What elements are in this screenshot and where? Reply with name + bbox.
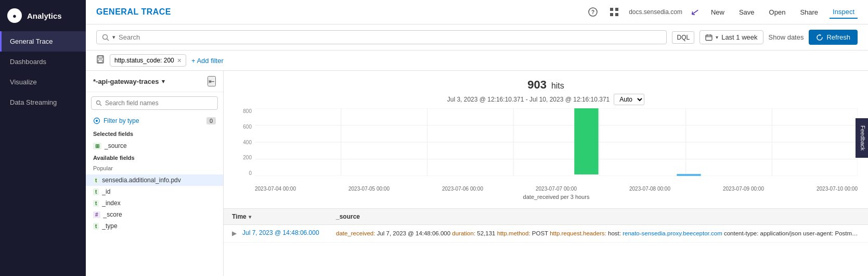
x-label-0704: 2023-07-04 00:00: [255, 186, 296, 192]
table-row: ▶ Jul 7, 2023 @ 14:48:06.000 date_receiv…: [224, 225, 868, 243]
field-type-pdv: t: [93, 177, 99, 184]
date-range-label: Last 1 week: [721, 33, 757, 41]
svg-rect-14: [98, 60, 102, 62]
chart-container: 800 600 400 200 0: [224, 108, 868, 208]
field-item-index[interactable]: t _index: [86, 197, 223, 209]
field-item-id[interactable]: t _id: [86, 186, 223, 197]
field-name-type: _type: [102, 222, 117, 230]
main-content: GENERAL TRACE ? docs.sensedia.com ↙ New …: [86, 0, 868, 276]
svg-rect-4: [610, 13, 613, 16]
sidebar-item-dashboards[interactable]: Dashboards: [0, 52, 86, 72]
svg-rect-32: [677, 174, 701, 176]
time-col-label: Time: [232, 213, 247, 220]
index-name: *-api-gateway-traces: [93, 78, 159, 85]
filter-type-count: 0: [206, 117, 216, 124]
chevron-down-icon: ▾: [162, 78, 165, 85]
search-type-dropdown[interactable]: ▾: [112, 34, 115, 41]
y-axis-labels: 800 600 400 200 0: [234, 108, 255, 176]
refresh-button[interactable]: Refresh: [809, 30, 858, 45]
row-source: date_received: Jul 7, 2023 @ 14:48:06.00…: [331, 229, 860, 238]
new-button[interactable]: New: [708, 6, 728, 18]
add-filter-button[interactable]: + Add filter: [191, 57, 224, 65]
filter-tag-text: http.status_code: 200: [114, 57, 174, 64]
field-name-source: _source: [105, 142, 127, 149]
chart-header: 903 hits Jul 3, 2023 @ 12:16:10.371 - Ju…: [224, 71, 868, 108]
field-item-source[interactable]: ⊞ _source: [86, 140, 223, 152]
svg-point-6: [103, 34, 108, 39]
x-label-0707: 2023-07-07 00:00: [536, 186, 577, 192]
arrow-indicator: ↙: [690, 5, 701, 19]
interval-select[interactable]: Auto: [614, 94, 644, 105]
src-key-date: date_received:: [336, 230, 375, 236]
field-search-wrapper: [91, 96, 218, 110]
chart-date-text: Jul 3, 2023 @ 12:16:10.371 - Jul 10, 202…: [447, 96, 610, 103]
y-label-400: 400: [243, 140, 252, 145]
save-button[interactable]: Save: [736, 6, 758, 18]
search-wrapper: ▾: [96, 30, 667, 44]
search-input[interactable]: [119, 33, 661, 41]
index-selector[interactable]: *-api-gateway-traces ▾ ⇤: [86, 71, 223, 92]
date-selector[interactable]: ▾ Last 1 week: [699, 30, 763, 44]
filter-tag-status-200: http.status_code: 200 ×: [110, 54, 186, 67]
filter-save-icon[interactable]: [96, 55, 105, 66]
field-type-score: #: [93, 211, 100, 218]
filter-by-type-row[interactable]: Filter by type 0: [86, 114, 223, 128]
save-filter-icon: [96, 55, 105, 64]
svg-rect-3: [615, 8, 618, 11]
chart-area: 800 600 400 200 0: [234, 108, 858, 192]
svg-text:?: ?: [591, 9, 594, 15]
chart-svg: [255, 108, 858, 176]
share-button[interactable]: Share: [797, 6, 821, 18]
app-logo: ● Analytics: [0, 0, 86, 31]
field-item-score[interactable]: # _score: [86, 209, 223, 220]
feedback-label: Feedback: [860, 126, 866, 150]
sidebar-label-data-streaming: Data Streaming: [10, 98, 57, 106]
searchbar: ▾ DQL ▾ Last 1 week Show dates Refresh: [86, 24, 868, 51]
table-header-row: Time ▾ _source: [224, 209, 868, 225]
calendar-icon: [705, 34, 712, 41]
results-table: Time ▾ _source ▶ Jul 7, 2023 @ 14:48:06.…: [224, 208, 868, 276]
feedback-tab[interactable]: Feedback: [856, 118, 868, 158]
sidebar-item-data-streaming[interactable]: Data Streaming: [0, 92, 86, 112]
collapse-panel-button[interactable]: ⇤: [208, 76, 216, 86]
inspect-button[interactable]: Inspect: [830, 6, 858, 19]
chart-hits: 903 hits: [234, 78, 858, 92]
logo-icon: ●: [7, 8, 22, 23]
selected-fields-label: Selected fields: [86, 128, 223, 140]
field-item-type[interactable]: t _type: [86, 220, 223, 232]
y-label-800: 800: [243, 108, 252, 114]
refresh-label: Refresh: [826, 33, 850, 41]
topbar-actions: ? docs.sensedia.com ↙ New Save Open Shar…: [586, 5, 858, 19]
date-dropdown-arrow: ▾: [716, 34, 718, 40]
x-label-0708: 2023-07-08 00:00: [629, 186, 670, 192]
hits-label: hits: [551, 81, 564, 90]
x-label-0710: 2023-07-10 00:00: [817, 186, 858, 192]
svg-rect-31: [574, 108, 598, 174]
host-link[interactable]: renato-sensedia.proxy.beeceptor.com: [623, 230, 722, 236]
field-item-pdv[interactable]: t sensedia.additional_info.pdv: [86, 174, 223, 186]
field-type-index: t: [93, 200, 99, 207]
filterbar: http.status_code: 200 × + Add filter: [86, 51, 868, 71]
dql-button[interactable]: DQL: [672, 31, 694, 44]
help-icon-button[interactable]: ?: [586, 5, 600, 19]
popular-subsection-label: Popular: [86, 164, 223, 174]
sidebar-label-dashboards: Dashboards: [10, 58, 46, 66]
field-search-input[interactable]: [105, 99, 213, 107]
svg-rect-5: [615, 13, 618, 16]
sidebar-item-general-trace[interactable]: General Trace: [0, 31, 86, 52]
sidebar: ● Analytics General Trace Dashboards Vis…: [0, 0, 86, 276]
hits-count: 903: [527, 78, 547, 91]
filter-type-label: Filter by type: [103, 117, 139, 124]
open-button[interactable]: Open: [766, 6, 789, 18]
row-expand-button[interactable]: ▶: [232, 229, 242, 237]
search-icon: [102, 34, 109, 41]
show-dates-button[interactable]: Show dates: [769, 33, 804, 41]
filter-tag-remove-button[interactable]: ×: [177, 56, 182, 65]
sidebar-item-visualize[interactable]: Visualize: [0, 72, 86, 92]
field-type-id: t: [93, 189, 99, 195]
sidebar-label-general-trace: General Trace: [10, 37, 53, 45]
grid-icon-button[interactable]: [608, 6, 620, 18]
svg-line-16: [100, 104, 101, 106]
field-name-score: _score: [103, 211, 122, 218]
x-label-0706: 2023-07-06 00:00: [442, 186, 483, 192]
